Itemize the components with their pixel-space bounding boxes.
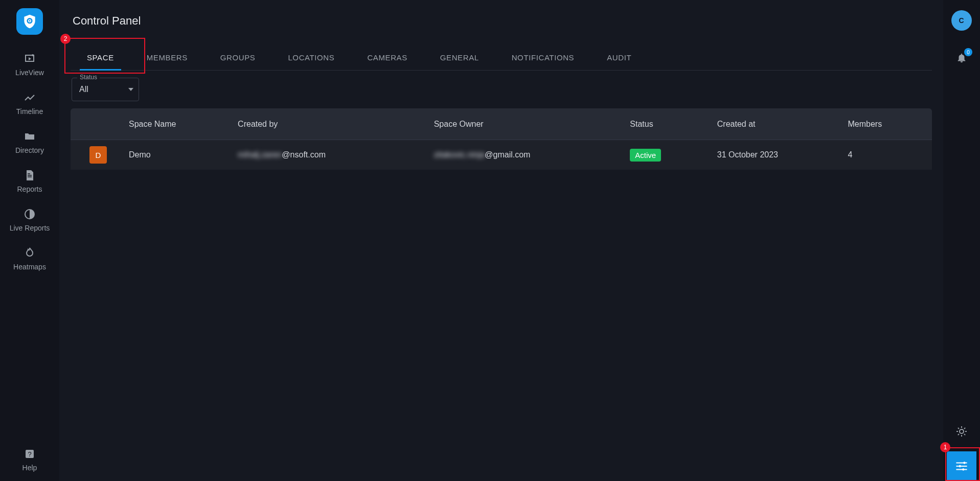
nav-label: Directory [15, 146, 44, 154]
svg-line-15 [964, 428, 965, 429]
tab-space[interactable]: SPACE [71, 46, 130, 70]
nav: LiveView Timeline Directory Reports [0, 52, 59, 271]
cell-space-name: Demo [126, 150, 235, 159]
col-status: Status [627, 120, 714, 129]
cell-created-by: mihalj.zaren@nsoft.com [235, 150, 431, 159]
tab-locations[interactable]: LOCATIONS [271, 46, 351, 70]
col-space-owner: Space Owner [431, 120, 627, 129]
owner-domain: @gmail.com [485, 150, 530, 159]
status-badge: Active [630, 149, 661, 162]
table-row[interactable]: D Demo mihalj.zaren@nsoft.com zitakovic.… [71, 140, 932, 170]
tab-members[interactable]: MEMBERS [130, 46, 204, 70]
shield-eye-icon [21, 13, 38, 30]
status-filter-label: Status [77, 74, 100, 81]
nav-heatmaps[interactable]: Heatmaps [0, 246, 59, 271]
svg-point-3 [32, 54, 34, 56]
live-reports-icon [23, 208, 36, 221]
svg-point-18 [962, 468, 964, 470]
cell-space-owner: zitakovic.ninja@gmail.com [431, 150, 627, 159]
space-avatar: D [89, 146, 107, 164]
sidebar: LiveView Timeline Directory Reports [0, 0, 59, 481]
annotation-tag-2: 2 [60, 34, 71, 44]
tab-notifications[interactable]: NOTIFICATIONS [495, 46, 591, 70]
tab-general[interactable]: GENERAL [424, 46, 495, 70]
chevron-down-icon [128, 88, 133, 91]
nav-timeline[interactable]: Timeline [0, 91, 59, 116]
cell-status: Active [627, 149, 714, 162]
nav-label: Live Reports [10, 224, 50, 232]
cell-members: 4 [845, 150, 932, 159]
filter-row: Status All [72, 78, 932, 101]
rightbar: C 0 [943, 0, 980, 481]
nav-directory[interactable]: Directory [0, 130, 59, 154]
timeline-icon [23, 91, 36, 104]
file-icon [23, 169, 36, 182]
page-title: Control Panel [73, 14, 932, 28]
status-filter-selected: All [79, 85, 88, 94]
nav-help[interactable]: ? Help [0, 447, 59, 472]
created-by-domain: @nsoft.com [282, 150, 326, 159]
nav-label: Help [22, 464, 37, 472]
created-by-redacted: mihalj.zaren [238, 150, 282, 159]
svg-point-17 [959, 465, 961, 467]
app-logo[interactable] [16, 8, 43, 35]
nav-reports[interactable]: Reports [0, 169, 59, 193]
col-members: Members [845, 120, 932, 129]
svg-line-14 [958, 434, 959, 435]
tab-groups[interactable]: GROUPS [204, 46, 272, 70]
user-avatar[interactable]: C [951, 10, 972, 31]
tab-audit[interactable]: AUDIT [590, 46, 648, 70]
svg-line-13 [964, 434, 965, 435]
col-created-by: Created by [235, 120, 431, 129]
sun-icon [955, 425, 968, 438]
folder-icon [23, 130, 36, 143]
tabs: SPACE MEMBERS GROUPS LOCATIONS CAMERAS G… [71, 46, 932, 71]
heatmaps-icon [23, 246, 36, 260]
svg-point-2 [29, 20, 31, 21]
tune-icon [955, 460, 968, 473]
notification-badge: 0 [964, 48, 972, 56]
nav-label: Timeline [16, 107, 43, 116]
nav-liveview[interactable]: LiveView [0, 52, 59, 77]
nav-label: LiveView [15, 68, 44, 77]
cell-created-at: 31 October 2023 [714, 150, 845, 159]
owner-redacted: zitakovic.ninja [434, 150, 485, 159]
help-icon: ? [23, 447, 36, 461]
nav-label: Reports [17, 185, 42, 193]
status-filter-value[interactable]: All [72, 78, 139, 101]
settings-button[interactable] [947, 451, 976, 481]
svg-point-7 [960, 429, 964, 433]
svg-point-16 [963, 462, 965, 464]
status-filter[interactable]: Status All [72, 78, 139, 101]
col-space-name: Space Name [126, 120, 235, 129]
spaces-table: Space Name Created by Space Owner Status… [71, 108, 932, 170]
main: Control Panel SPACE MEMBERS GROUPS LOCAT… [59, 0, 943, 481]
col-created-at: Created at [714, 120, 845, 129]
svg-line-12 [958, 428, 959, 429]
theme-toggle[interactable] [955, 425, 968, 439]
svg-text:?: ? [28, 450, 31, 458]
notifications-button[interactable]: 0 [956, 52, 967, 65]
table-header: Space Name Created by Space Owner Status… [71, 108, 932, 140]
tab-cameras[interactable]: CAMERAS [351, 46, 423, 70]
liveview-icon [23, 52, 36, 65]
nav-label: Heatmaps [13, 263, 46, 271]
nav-live-reports[interactable]: Live Reports [0, 208, 59, 232]
